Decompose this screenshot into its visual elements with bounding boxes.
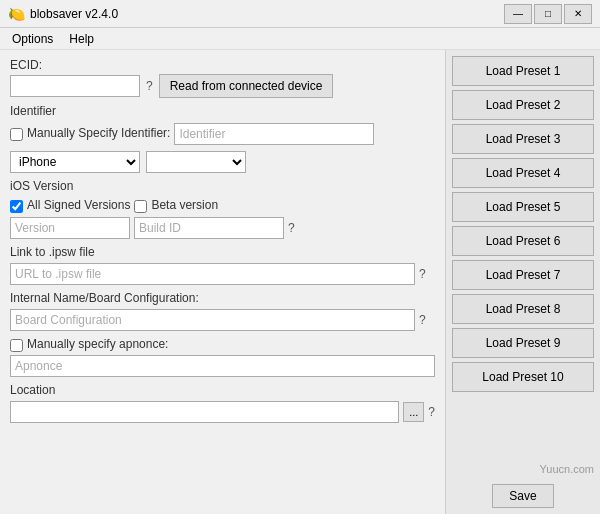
browse-button[interactable]: ... (403, 402, 424, 422)
beta-label: Beta version (151, 198, 218, 212)
apnonce-input[interactable] (10, 355, 435, 377)
preset-8-button[interactable]: Load Preset 8 (452, 294, 594, 324)
board-question[interactable]: ? (419, 313, 426, 327)
all-signed-checkbox[interactable] (10, 200, 23, 213)
location-input[interactable]: C:\Users\liuwei-win10\Blobs (10, 401, 399, 423)
app-title: blobsaver v2.4.0 (30, 7, 118, 21)
maximize-button[interactable]: □ (534, 4, 562, 24)
ios-version-label: iOS Version (10, 179, 435, 193)
app-icon: 🍋 (8, 6, 24, 22)
preset-1-button[interactable]: Load Preset 1 (452, 56, 594, 86)
left-panel: ECID: ? Read from connected device Ident… (0, 50, 445, 514)
watermark-text: Yuucn.com (540, 463, 594, 475)
help-menu[interactable]: Help (61, 30, 102, 47)
ipsw-section: Link to .ipsw file ? (10, 245, 435, 285)
ipsw-input[interactable] (10, 263, 415, 285)
version-question[interactable]: ? (288, 221, 295, 235)
manually-specify-checkbox[interactable] (10, 128, 23, 141)
board-label: Internal Name/Board Configuration: (10, 291, 435, 305)
title-bar-left: 🍋 blobsaver v2.4.0 (8, 6, 118, 22)
preset-7-button[interactable]: Load Preset 7 (452, 260, 594, 290)
apnonce-section: Manually specify apnonce: (10, 337, 435, 377)
location-question[interactable]: ? (428, 405, 435, 419)
right-panel: Load Preset 1 Load Preset 2 Load Preset … (445, 50, 600, 514)
apnonce-label: Manually specify apnonce: (27, 337, 168, 351)
ecid-question[interactable]: ? (146, 79, 153, 93)
ecid-section: ECID: ? Read from connected device (10, 58, 435, 98)
apnonce-row: Manually specify apnonce: (10, 337, 435, 353)
identifier-label: Identifier (10, 104, 435, 118)
ipsw-question[interactable]: ? (419, 267, 426, 281)
ios-version-section: iOS Version All Signed Versions Beta ver… (10, 179, 435, 239)
beta-checkbox[interactable] (134, 200, 147, 213)
minimize-button[interactable]: — (504, 4, 532, 24)
read-device-button[interactable]: Read from connected device (159, 74, 334, 98)
model-select[interactable] (146, 151, 246, 173)
preset-9-button[interactable]: Load Preset 9 (452, 328, 594, 358)
ecid-label: ECID: (10, 58, 435, 72)
all-signed-label: All Signed Versions (27, 198, 130, 212)
main-layout: ECID: ? Read from connected device Ident… (0, 50, 600, 514)
preset-10-button[interactable]: Load Preset 10 (452, 362, 594, 392)
board-row: ? (10, 309, 435, 331)
menu-bar: Options Help (0, 28, 600, 50)
ipsw-label: Link to .ipsw file (10, 245, 435, 259)
title-bar-controls: — □ ✕ (504, 4, 592, 24)
board-section: Internal Name/Board Configuration: ? (10, 291, 435, 331)
board-input[interactable] (10, 309, 415, 331)
ipsw-row: ? (10, 263, 435, 285)
identifier-input[interactable] (174, 123, 374, 145)
manually-specify-row: Manually Specify Identifier: (10, 123, 435, 145)
signed-versions-row: All Signed Versions Beta version (10, 198, 435, 214)
location-row: C:\Users\liuwei-win10\Blobs ... ? (10, 401, 435, 423)
options-menu[interactable]: Options (4, 30, 61, 47)
save-button[interactable]: Save (492, 484, 553, 508)
close-button[interactable]: ✕ (564, 4, 592, 24)
version-input[interactable] (10, 217, 130, 239)
apnonce-checkbox[interactable] (10, 339, 23, 352)
version-inputs-row: ? (10, 217, 435, 239)
ecid-row: ? Read from connected device (10, 74, 435, 98)
preset-5-button[interactable]: Load Preset 5 (452, 192, 594, 222)
location-section: Location C:\Users\liuwei-win10\Blobs ...… (10, 383, 435, 423)
location-label: Location (10, 383, 435, 397)
preset-3-button[interactable]: Load Preset 3 (452, 124, 594, 154)
device-select[interactable]: iPhone iPad iPod AppleTV (10, 151, 140, 173)
title-bar: 🍋 blobsaver v2.4.0 — □ ✕ (0, 0, 600, 28)
preset-4-button[interactable]: Load Preset 4 (452, 158, 594, 188)
buildid-input[interactable] (134, 217, 284, 239)
manually-specify-label: Manually Specify Identifier: (27, 126, 170, 140)
identifier-section: Identifier Manually Specify Identifier: (10, 104, 435, 145)
device-dropdown-row: iPhone iPad iPod AppleTV (10, 151, 435, 173)
ecid-input[interactable] (10, 75, 140, 97)
preset-6-button[interactable]: Load Preset 6 (452, 226, 594, 256)
preset-2-button[interactable]: Load Preset 2 (452, 90, 594, 120)
